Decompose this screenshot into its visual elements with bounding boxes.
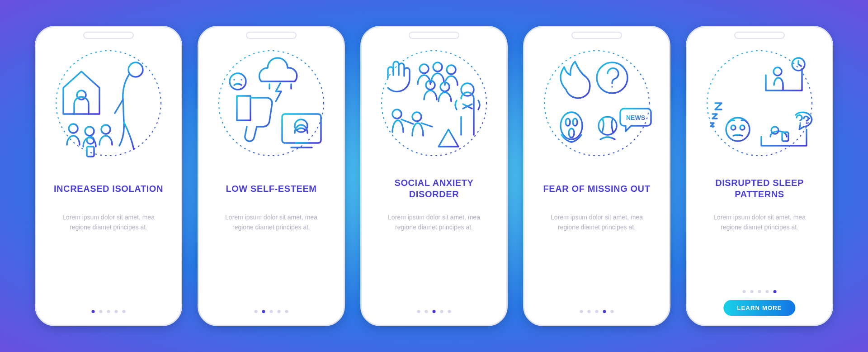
svg-point-14 [433,62,442,71]
svg-point-13 [420,64,429,73]
phone-notch [83,32,134,39]
anxiety-icon [377,46,491,160]
screen-title: INCREASED ISOLATION [54,177,163,200]
dot[interactable] [99,310,103,313]
dot[interactable] [448,310,451,313]
dot[interactable] [278,310,281,313]
dot[interactable] [440,310,443,313]
svg-point-20 [412,112,421,121]
dot[interactable] [588,310,591,313]
svg-point-8 [219,51,324,156]
dot[interactable] [123,310,126,313]
dot[interactable] [417,310,420,313]
dot[interactable] [595,310,599,313]
svg-point-24 [566,119,570,126]
svg-point-21 [544,51,649,156]
self-esteem-icon [214,46,328,160]
fomo-icon: NEWS [540,46,654,160]
svg-point-23 [561,112,582,139]
dot[interactable] [774,290,777,293]
dot[interactable] [758,290,761,293]
dot[interactable] [115,310,118,313]
phone-screen-2: LOW SELF-ESTEEM Lorem ipsum dolor sit am… [198,26,345,326]
phone-screen-3: SOCIAL ANXIETY DISORDER Lorem ipsum dolo… [360,26,508,326]
svg-point-25 [573,119,577,126]
phone-notch [409,32,459,39]
dot[interactable] [107,310,110,313]
dot[interactable] [92,310,95,313]
screen-title: FEAR OF MISSING OUT [543,177,651,200]
svg-point-11 [295,119,307,132]
dot[interactable] [743,290,746,293]
page-dots [743,290,777,293]
svg-point-0 [56,51,161,156]
screen-body: Lorem ipsum dolor sit amet, mea regione … [54,213,163,232]
svg-point-15 [447,65,456,74]
phone-screen-4: NEWS FEAR OF MISSING OUT Lorem ipsum dol… [523,26,670,326]
dot[interactable] [603,310,606,313]
phone-screen-1: INCREASED ISOLATION Lorem ipsum dolor si… [35,26,182,326]
screen-title: DISRUPTED SLEEP PATTERNS [703,177,816,200]
screen-body: Lorem ipsum dolor sit amet, mea regione … [542,213,651,232]
onboarding-row: INCREASED ISOLATION Lorem ipsum dolor si… [35,26,833,326]
svg-point-28 [707,51,812,156]
svg-point-22 [597,62,627,93]
svg-point-27 [599,117,617,135]
news-badge-text: NEWS [626,114,645,121]
screen-title: LOW SELF-ESTEEM [226,177,316,200]
phone-screen-5: DISRUPTED SLEEP PATTERNS Lorem ipsum dol… [686,26,833,326]
dot[interactable] [425,310,428,313]
screen-body: Lorem ipsum dolor sit amet, mea regione … [217,213,326,232]
dot[interactable] [285,310,288,313]
svg-point-12 [382,51,486,156]
screen-title: SOCIAL ANXIETY DISORDER [377,177,491,200]
dot[interactable] [766,290,769,293]
page-dots [417,310,451,313]
page-dots [255,310,288,313]
svg-point-2 [128,62,143,77]
svg-point-34 [771,127,778,134]
dot[interactable] [580,310,583,313]
screen-body: Lorem ipsum dolor sit amet, mea regione … [705,213,814,232]
dot[interactable] [611,310,614,313]
dot[interactable] [255,310,258,313]
dot[interactable] [262,310,265,313]
svg-point-3 [69,124,78,133]
dot[interactable] [433,310,436,313]
isolation-icon [52,46,165,160]
svg-point-4 [85,127,94,136]
svg-point-26 [569,128,574,138]
phone-notch [246,32,297,39]
sleep-icon [703,46,816,160]
svg-point-19 [392,109,401,119]
page-dots [580,310,614,313]
svg-point-29 [774,67,782,76]
learn-more-button[interactable]: LEARN MORE [723,300,795,316]
svg-point-9 [230,73,246,90]
page-dots [92,310,126,313]
dot[interactable] [750,290,754,293]
svg-point-5 [101,125,110,134]
svg-rect-7 [87,147,94,157]
phone-notch [734,32,785,39]
svg-point-33 [740,125,745,130]
dot[interactable] [270,310,273,313]
phone-notch [571,32,622,39]
screen-body: Lorem ipsum dolor sit amet, mea regione … [380,213,488,232]
svg-point-32 [731,125,736,130]
